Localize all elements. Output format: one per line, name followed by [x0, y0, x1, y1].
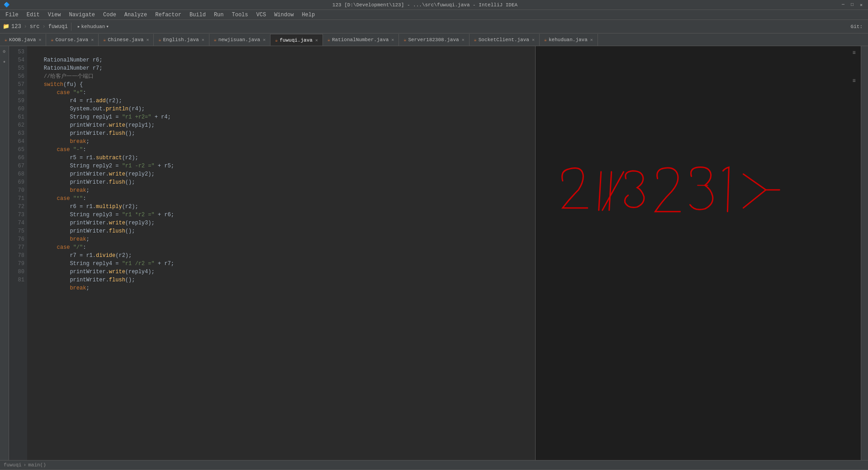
tab-newjisuan[interactable]: ☕ newjisuan.java ✕: [209, 34, 270, 46]
minimize-button[interactable]: ─: [840, 2, 846, 8]
whiteboard-menu-icon[interactable]: ≡: [850, 49, 858, 57]
menu-item-file[interactable]: File: [2, 11, 22, 19]
tab-close-chinese[interactable]: ✕: [146, 37, 149, 43]
tab-icon-chinese: ☕: [103, 37, 106, 43]
maximize-button[interactable]: □: [849, 2, 855, 8]
menu-item-refactor[interactable]: Refactor: [152, 11, 185, 19]
line-num: 61: [9, 113, 24, 121]
title-bar-right: ─ □ ✕: [840, 2, 864, 8]
line-num: 54: [9, 56, 24, 64]
line-num: 74: [9, 219, 24, 227]
tab-english[interactable]: ☕ English.java ✕: [154, 34, 209, 46]
drawing-canvas: [536, 46, 861, 460]
title-center: 123 [D:\Development\123] - ...\src\fuwuq…: [10, 2, 840, 8]
tab-close-course[interactable]: ✕: [91, 37, 94, 43]
line-num: 71: [9, 195, 24, 203]
tab-label-kehuduan: kehuduan.java: [549, 37, 588, 43]
chevron-down-icon: ▾: [106, 24, 109, 29]
menu-item-analyze[interactable]: Analyze: [121, 11, 151, 19]
menu-item-help[interactable]: Help: [298, 11, 318, 19]
line-num: 64: [9, 138, 24, 146]
tab-icon-newjisuan: ☕: [214, 37, 217, 43]
close-button[interactable]: ✕: [858, 2, 864, 8]
tab-icon-socket: ☕: [474, 37, 477, 43]
menu-item-tools[interactable]: Tools: [228, 11, 252, 19]
line-num: 69: [9, 178, 24, 186]
project-name[interactable]: 123: [11, 24, 21, 30]
tab-close-english[interactable]: ✕: [202, 37, 204, 43]
line-num: 78: [9, 252, 24, 260]
tab-close-koob[interactable]: ✕: [38, 37, 41, 43]
tab-socket[interactable]: ☕ SocketClient.java ✕: [470, 34, 540, 46]
breadcrumb-bar: fuwuqi › main(): [0, 460, 868, 470]
tab-icon-course: ☕: [51, 37, 53, 43]
tab-icon-rational: ☕: [327, 37, 330, 43]
line-num: 55: [9, 64, 24, 72]
title-bar: 🔷 123 [D:\Development\123] - ...\src\fuw…: [0, 0, 868, 10]
whiteboard-menu-icon2[interactable]: ≡: [850, 77, 858, 85]
line-num: 79: [9, 260, 24, 268]
line-num: 59: [9, 97, 24, 105]
tab-course[interactable]: ☕ Course.java ✕: [46, 34, 99, 46]
menu-item-code[interactable]: Code: [100, 11, 120, 19]
line-num: 80: [9, 268, 24, 276]
tab-icon-english: ☕: [158, 37, 161, 43]
tab-label-english: English.java: [163, 37, 199, 43]
code-editor[interactable]: RationalNumber r6; RationalNumber r7; //…: [27, 46, 535, 460]
menu-item-navigate[interactable]: Navigate: [65, 11, 99, 19]
project-breadcrumb: 123 › src › fuwuqi: [11, 24, 68, 30]
breadcrumb-path1[interactable]: fuwuqi: [4, 462, 22, 468]
tab-fuwuqi[interactable]: ☕ fuwuqi.java ✕: [270, 34, 323, 46]
line-num: 77: [9, 243, 24, 252]
line-num: 75: [9, 227, 24, 235]
tab-close-kehuduan[interactable]: ✕: [590, 37, 593, 43]
line-num: 72: [9, 203, 24, 211]
module-name[interactable]: fuwuqi: [48, 24, 68, 30]
git-label: Git:: [848, 23, 865, 30]
menu-item-run[interactable]: Run: [210, 11, 228, 19]
tab-bar: ☕ KOOB.java ✕ ☕ Course.java ✕ ☕ Chinese.…: [0, 33, 868, 46]
line-num: 66: [9, 154, 24, 162]
line-num: 53: [9, 48, 24, 56]
whiteboard[interactable]: ≡ ≡: [535, 46, 861, 460]
tab-icon-koob: ☕: [5, 37, 7, 43]
app-icon: 🔷: [4, 2, 10, 8]
toolbar-icon: 📁: [3, 23, 9, 30]
tab-server[interactable]: ☕ Server182308.java ✕: [399, 34, 469, 46]
tab-rational[interactable]: ☕ RationalNumber.java ✕: [323, 34, 399, 46]
tab-icon-fuwuqi: ☕: [275, 38, 278, 43]
tab-label-fuwuqi: fuwuqi.java: [280, 38, 313, 43]
menu-item-build[interactable]: Build: [186, 11, 209, 19]
run-config-icon: ▸: [77, 24, 81, 29]
line-numbers: 53 54 55 56 57 58 59 60 61 62 63 64 65 6…: [9, 46, 27, 460]
sidebar-structure-icon[interactable]: ⚙: [1, 48, 8, 55]
main-area: ⚙ ★ 53 54 55 56 57 58 59 60 61 62 63 64 …: [0, 46, 868, 460]
line-num: 68: [9, 170, 24, 178]
sidebar-favorites-icon[interactable]: ★: [1, 58, 8, 65]
tab-kehuduan[interactable]: ☕ kehuduan.java ✕: [540, 34, 598, 46]
src-folder[interactable]: src: [30, 24, 40, 30]
tab-close-server[interactable]: ✕: [462, 37, 465, 43]
tab-close-newjisuan[interactable]: ✕: [263, 37, 266, 43]
tab-icon-server: ☕: [403, 37, 406, 43]
menu-bar: FileEditViewNavigateCodeAnalyzeRefactorB…: [0, 10, 868, 20]
run-config-selector[interactable]: ▸ kehuduan ▾: [75, 23, 112, 30]
breadcrumb-path2[interactable]: main(): [28, 462, 46, 468]
tab-close-fuwuqi[interactable]: ✕: [315, 38, 318, 43]
menu-item-window[interactable]: Window: [270, 11, 297, 19]
menu-item-vcs[interactable]: VCS: [253, 11, 270, 19]
tab-koob[interactable]: ☕ KOOB.java ✕: [0, 34, 46, 46]
line-num: 76: [9, 235, 24, 243]
menu-item-edit[interactable]: Edit: [23, 11, 43, 19]
run-config-name: kehuduan: [81, 24, 105, 29]
line-num: 63: [9, 129, 24, 138]
line-num: 62: [9, 121, 24, 129]
tab-chinese[interactable]: ☕ Chinese.java ✕: [99, 34, 154, 46]
tab-close-rational[interactable]: ✕: [391, 37, 394, 43]
sep1: ›: [24, 24, 27, 30]
tab-close-socket[interactable]: ✕: [532, 37, 535, 43]
line-num: 67: [9, 162, 24, 170]
line-num: 81: [9, 276, 24, 284]
breadcrumb-sep: ›: [24, 462, 27, 468]
menu-item-view[interactable]: View: [44, 11, 65, 19]
